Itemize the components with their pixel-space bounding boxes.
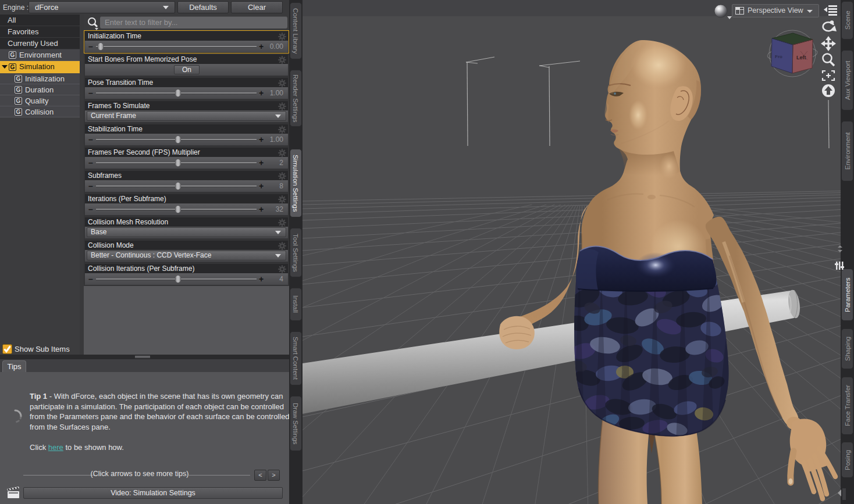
- svg-text:Left: Left: [796, 55, 806, 60]
- svg-text:Fro: Fro: [775, 54, 782, 59]
